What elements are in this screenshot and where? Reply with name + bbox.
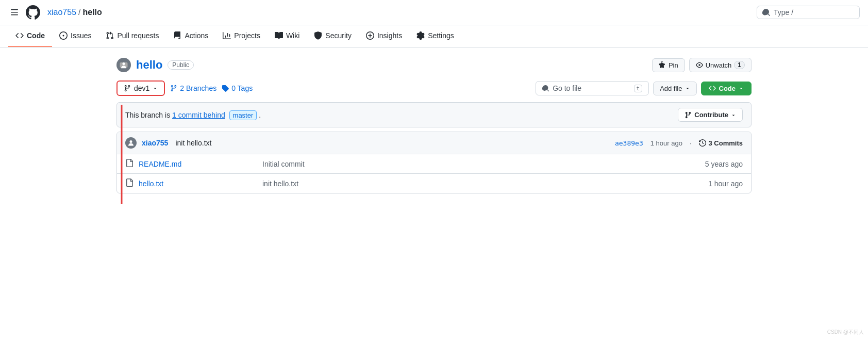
toolbar-right: Go to file t Add file Code xyxy=(536,81,752,95)
search-icon xyxy=(762,8,771,17)
add-file-chevron-icon xyxy=(685,86,690,91)
search-bar[interactable]: Type / xyxy=(757,6,860,19)
target-branch-link[interactable]: master xyxy=(229,110,257,120)
settings-tab-icon xyxy=(416,31,425,40)
branches-link[interactable]: 2 Branches xyxy=(170,84,216,92)
add-file-button-label: Add file xyxy=(660,85,682,92)
actions-tab-icon xyxy=(173,31,181,40)
search-file-icon xyxy=(542,85,549,92)
file-time-hello: 1 hour ago xyxy=(708,180,743,188)
svg-point-4 xyxy=(130,140,132,143)
tab-settings[interactable]: Settings xyxy=(409,25,461,47)
file-commit-msg-hello: init hello.txt xyxy=(262,180,708,188)
tags-count-label: 0 Tags xyxy=(231,84,253,92)
branch-status-suffix: . xyxy=(259,111,261,119)
contribute-icon xyxy=(685,111,692,119)
tab-pull-requests[interactable]: Pull requests xyxy=(98,25,166,47)
tab-issues-label: Issues xyxy=(71,31,91,40)
tag-icon xyxy=(222,85,229,92)
contribute-chevron-icon xyxy=(731,112,736,118)
top-nav: xiao755 / hello Type / xyxy=(0,0,868,25)
wiki-tab-icon xyxy=(275,31,283,40)
insights-tab-icon xyxy=(366,31,374,40)
add-file-button[interactable]: Add file xyxy=(653,82,696,95)
branch-status-text: This branch is 1 commit behind master . xyxy=(125,111,261,119)
commits-count: 3 Commits xyxy=(709,139,743,147)
contribute-button[interactable]: Contribute xyxy=(678,108,743,122)
tab-settings-label: Settings xyxy=(428,31,454,40)
tab-insights[interactable]: Insights xyxy=(359,25,409,47)
svg-point-1 xyxy=(123,62,125,65)
file-name-hello[interactable]: hello.txt xyxy=(139,180,242,188)
code-button-label: Code xyxy=(719,85,736,92)
commit-meta: ae389e3 1 hour ago · 3 Commits xyxy=(615,139,743,147)
tab-wiki[interactable]: Wiki xyxy=(268,25,307,47)
repo-path: xiao755 / hello xyxy=(47,8,102,17)
repo-tabs: Code Issues Pull requests Actions Projec… xyxy=(0,25,868,47)
tags-link[interactable]: 0 Tags xyxy=(222,84,253,92)
file-table-header: xiao755 init hello.txt ae389e3 1 hour ag… xyxy=(117,132,751,154)
tab-pull-requests-label: Pull requests xyxy=(117,31,159,40)
pin-icon xyxy=(659,61,666,69)
commit-time: 1 hour ago xyxy=(650,139,682,147)
branch-name: dev1 xyxy=(134,84,149,92)
unwatch-button-label: Unwatch xyxy=(706,61,732,69)
commits-count-link[interactable]: 3 Commits xyxy=(699,139,743,147)
commit-author-name[interactable]: xiao755 xyxy=(142,139,168,147)
branch-status-bar: This branch is 1 commit behind master . … xyxy=(116,102,752,127)
search-placeholder-text: Type / xyxy=(774,8,793,17)
unwatch-button[interactable]: Unwatch 1 xyxy=(689,58,752,72)
branches-icon xyxy=(170,85,177,92)
repo-title-area: hello Public xyxy=(116,58,194,72)
branch-icon xyxy=(124,85,131,92)
go-to-file-placeholder: Go to file xyxy=(553,84,581,92)
file-icon-hello xyxy=(125,179,133,188)
tab-wiki-label: Wiki xyxy=(286,31,299,40)
go-to-file-input[interactable]: Go to file t xyxy=(536,81,649,95)
code-button[interactable]: Code xyxy=(701,82,752,95)
tab-security[interactable]: Security xyxy=(307,25,359,47)
commit-hash[interactable]: ae389e3 xyxy=(615,139,643,147)
file-row: README.md Initial commit 5 years ago xyxy=(117,154,751,174)
content-area: This branch is 1 commit behind master . … xyxy=(116,102,752,193)
repo-name-title[interactable]: hello xyxy=(136,58,162,72)
tab-security-label: Security xyxy=(325,31,352,40)
code-chevron-icon xyxy=(739,86,744,91)
commit-message: init hello.txt xyxy=(175,139,211,147)
eye-icon xyxy=(696,61,703,69)
code-btn-icon xyxy=(709,85,716,92)
repo-header: hello Public Pin Unwatch 1 xyxy=(116,58,752,72)
pin-button[interactable]: Pin xyxy=(652,58,685,72)
repo-actions: Pin Unwatch 1 xyxy=(652,58,752,72)
file-name-readme[interactable]: README.md xyxy=(139,160,242,168)
pull-requests-tab-icon xyxy=(106,31,114,40)
github-logo[interactable] xyxy=(25,4,41,21)
issues-tab-icon xyxy=(59,31,68,40)
repo-owner[interactable]: xiao755 xyxy=(47,8,76,17)
hamburger-button[interactable] xyxy=(8,6,21,19)
branches-count-label: 2 Branches xyxy=(180,84,216,92)
tab-issues[interactable]: Issues xyxy=(52,25,98,47)
commit-count-link[interactable]: 1 commit behind xyxy=(172,111,225,119)
repo-name-header[interactable]: hello xyxy=(83,8,102,17)
tab-code[interactable]: Code xyxy=(8,25,52,47)
tab-insights-label: Insights xyxy=(377,31,402,40)
file-icon-readme xyxy=(125,159,133,169)
pin-button-label: Pin xyxy=(669,61,678,69)
tab-actions-label: Actions xyxy=(185,31,208,40)
repo-visibility-badge: Public xyxy=(168,60,194,70)
tab-projects[interactable]: Projects xyxy=(215,25,268,47)
file-commit-msg-readme: Initial commit xyxy=(262,160,705,168)
code-tab-icon xyxy=(15,31,24,40)
projects-tab-icon xyxy=(223,31,231,40)
file-time-readme: 5 years ago xyxy=(705,160,743,168)
branch-toolbar: dev1 2 Branches 0 Tags Go to file t Add … xyxy=(116,80,752,96)
file-row: hello.txt init hello.txt 1 hour ago xyxy=(117,174,751,193)
branch-selector-button[interactable]: dev1 xyxy=(116,80,165,96)
tab-actions[interactable]: Actions xyxy=(166,25,215,47)
chevron-down-icon xyxy=(153,86,158,91)
history-icon xyxy=(699,139,706,147)
main-content: hello Public Pin Unwatch 1 dev1 2 Branch… xyxy=(104,47,764,204)
tab-code-label: Code xyxy=(27,31,45,40)
file-table: xiao755 init hello.txt ae389e3 1 hour ag… xyxy=(116,132,752,193)
